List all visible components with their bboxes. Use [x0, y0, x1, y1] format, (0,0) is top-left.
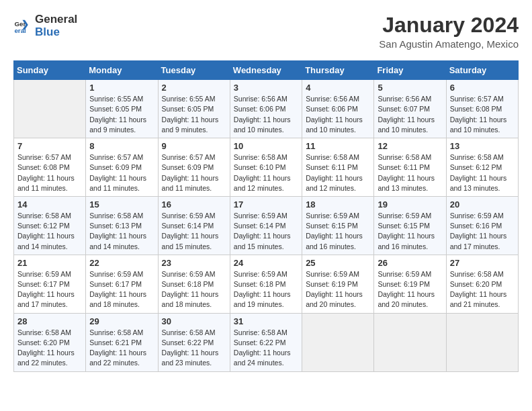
calendar-cell — [446, 313, 518, 371]
logo-icon: Gen eral — [13, 17, 32, 36]
header-sunday: Sunday — [14, 61, 86, 80]
calendar-cell: 27Sunrise: 6:58 AMSunset: 6:20 PMDayligh… — [446, 255, 518, 313]
day-number: 18 — [306, 199, 370, 210]
day-info: Sunrise: 6:55 AMSunset: 6:05 PMDaylight:… — [89, 94, 154, 135]
day-info: Sunrise: 6:59 AMSunset: 6:15 PMDaylight:… — [378, 211, 442, 252]
day-info: Sunrise: 6:59 AMSunset: 6:16 PMDaylight:… — [450, 211, 515, 252]
day-number: 23 — [162, 258, 226, 268]
day-number: 15 — [89, 199, 154, 210]
day-number: 6 — [450, 83, 515, 93]
day-number: 24 — [234, 258, 298, 268]
calendar-cell: 3Sunrise: 6:56 AMSunset: 6:06 PMDaylight… — [230, 80, 302, 138]
calendar-cell: 18Sunrise: 6:59 AMSunset: 6:15 PMDayligh… — [302, 196, 374, 255]
calendar-week-4: 21Sunrise: 6:59 AMSunset: 6:17 PMDayligh… — [14, 255, 519, 313]
day-number: 8 — [89, 141, 154, 151]
day-number: 28 — [17, 316, 82, 326]
calendar-cell: 17Sunrise: 6:59 AMSunset: 6:14 PMDayligh… — [230, 196, 302, 255]
calendar-week-3: 14Sunrise: 6:58 AMSunset: 6:12 PMDayligh… — [14, 196, 519, 255]
calendar-cell: 22Sunrise: 6:59 AMSunset: 6:17 PMDayligh… — [86, 255, 158, 313]
page-header: Gen eral General Blue January 2024 San A… — [13, 13, 519, 50]
header-thursday: Thursday — [302, 61, 374, 80]
calendar-cell: 15Sunrise: 6:58 AMSunset: 6:13 PMDayligh… — [86, 196, 158, 255]
day-info: Sunrise: 6:57 AMSunset: 6:08 PMDaylight:… — [450, 94, 515, 135]
day-info: Sunrise: 6:58 AMSunset: 6:12 PMDaylight:… — [450, 152, 515, 193]
calendar-table: SundayMondayTuesdayWednesdayThursdayFrid… — [13, 60, 519, 371]
location-subtitle: San Agustin Amatengo, Mexico — [379, 38, 519, 50]
day-info: Sunrise: 6:56 AMSunset: 6:07 PMDaylight:… — [378, 94, 442, 135]
day-info: Sunrise: 6:57 AMSunset: 6:08 PMDaylight:… — [17, 152, 82, 193]
day-number: 2 — [162, 83, 226, 93]
calendar-cell: 10Sunrise: 6:58 AMSunset: 6:10 PMDayligh… — [230, 138, 302, 197]
calendar-cell: 25Sunrise: 6:59 AMSunset: 6:19 PMDayligh… — [302, 255, 374, 313]
day-info: Sunrise: 6:58 AMSunset: 6:21 PMDaylight:… — [89, 328, 154, 369]
calendar-cell — [14, 80, 86, 138]
calendar-cell: 7Sunrise: 6:57 AMSunset: 6:08 PMDaylight… — [14, 138, 86, 197]
day-info: Sunrise: 6:57 AMSunset: 6:09 PMDaylight:… — [89, 152, 154, 193]
day-number: 16 — [162, 199, 226, 210]
day-number: 29 — [89, 316, 154, 326]
day-number: 12 — [378, 141, 442, 151]
day-number: 13 — [450, 141, 515, 151]
calendar-cell — [374, 313, 446, 371]
calendar-body: 1Sunrise: 6:55 AMSunset: 6:05 PMDaylight… — [14, 80, 519, 371]
day-info: Sunrise: 6:59 AMSunset: 6:19 PMDaylight:… — [378, 269, 442, 310]
calendar-cell: 6Sunrise: 6:57 AMSunset: 6:08 PMDaylight… — [446, 80, 518, 138]
day-number: 26 — [378, 258, 442, 268]
day-info: Sunrise: 6:56 AMSunset: 6:06 PMDaylight:… — [234, 94, 298, 135]
calendar-cell: 24Sunrise: 6:59 AMSunset: 6:18 PMDayligh… — [230, 255, 302, 313]
day-info: Sunrise: 6:55 AMSunset: 6:05 PMDaylight:… — [162, 94, 226, 135]
day-info: Sunrise: 6:59 AMSunset: 6:17 PMDaylight:… — [17, 269, 82, 310]
day-info: Sunrise: 6:58 AMSunset: 6:20 PMDaylight:… — [17, 328, 82, 369]
calendar-cell: 4Sunrise: 6:56 AMSunset: 6:06 PMDaylight… — [302, 80, 374, 138]
day-number: 30 — [162, 316, 226, 326]
logo-blue: Blue — [35, 26, 60, 38]
day-number: 22 — [89, 258, 154, 268]
calendar-cell: 11Sunrise: 6:58 AMSunset: 6:11 PMDayligh… — [302, 138, 374, 197]
day-info: Sunrise: 6:58 AMSunset: 6:22 PMDaylight:… — [162, 328, 226, 369]
day-number: 27 — [450, 258, 515, 268]
calendar-cell: 29Sunrise: 6:58 AMSunset: 6:21 PMDayligh… — [86, 313, 158, 371]
calendar-cell: 19Sunrise: 6:59 AMSunset: 6:15 PMDayligh… — [374, 196, 446, 255]
header-friday: Friday — [374, 61, 446, 80]
calendar-cell: 26Sunrise: 6:59 AMSunset: 6:19 PMDayligh… — [374, 255, 446, 313]
calendar-cell: 20Sunrise: 6:59 AMSunset: 6:16 PMDayligh… — [446, 196, 518, 255]
calendar-cell: 2Sunrise: 6:55 AMSunset: 6:05 PMDaylight… — [158, 80, 230, 138]
day-info: Sunrise: 6:56 AMSunset: 6:06 PMDaylight:… — [306, 94, 370, 135]
day-number: 5 — [378, 83, 442, 93]
day-info: Sunrise: 6:59 AMSunset: 6:18 PMDaylight:… — [234, 269, 298, 310]
header-monday: Monday — [86, 61, 158, 80]
day-number: 11 — [306, 141, 370, 151]
calendar-week-5: 28Sunrise: 6:58 AMSunset: 6:20 PMDayligh… — [14, 313, 519, 371]
calendar-cell: 5Sunrise: 6:56 AMSunset: 6:07 PMDaylight… — [374, 80, 446, 138]
calendar-cell: 31Sunrise: 6:58 AMSunset: 6:22 PMDayligh… — [230, 313, 302, 371]
calendar-cell: 8Sunrise: 6:57 AMSunset: 6:09 PMDaylight… — [86, 138, 158, 197]
day-number: 31 — [234, 316, 298, 326]
day-info: Sunrise: 6:59 AMSunset: 6:17 PMDaylight:… — [89, 269, 154, 310]
day-info: Sunrise: 6:59 AMSunset: 6:19 PMDaylight:… — [306, 269, 370, 310]
day-info: Sunrise: 6:58 AMSunset: 6:10 PMDaylight:… — [234, 152, 298, 193]
day-number: 9 — [162, 141, 226, 151]
day-info: Sunrise: 6:58 AMSunset: 6:12 PMDaylight:… — [17, 211, 82, 252]
calendar-week-1: 1Sunrise: 6:55 AMSunset: 6:05 PMDaylight… — [14, 80, 519, 138]
day-number: 4 — [306, 83, 370, 93]
day-info: Sunrise: 6:58 AMSunset: 6:13 PMDaylight:… — [89, 211, 154, 252]
logo: Gen eral General Blue — [13, 13, 77, 38]
calendar-cell: 23Sunrise: 6:59 AMSunset: 6:18 PMDayligh… — [158, 255, 230, 313]
day-number: 10 — [234, 141, 298, 151]
day-info: Sunrise: 6:58 AMSunset: 6:11 PMDaylight:… — [306, 152, 370, 193]
day-number: 21 — [17, 258, 82, 268]
header-row: SundayMondayTuesdayWednesdayThursdayFrid… — [14, 61, 519, 80]
calendar-cell: 21Sunrise: 6:59 AMSunset: 6:17 PMDayligh… — [14, 255, 86, 313]
header-saturday: Saturday — [446, 61, 518, 80]
day-number: 1 — [89, 83, 154, 93]
header-tuesday: Tuesday — [158, 61, 230, 80]
day-info: Sunrise: 6:58 AMSunset: 6:11 PMDaylight:… — [378, 152, 442, 193]
calendar-cell: 1Sunrise: 6:55 AMSunset: 6:05 PMDaylight… — [86, 80, 158, 138]
title-area: January 2024 San Agustin Amatengo, Mexic… — [379, 13, 519, 50]
day-number: 7 — [17, 141, 82, 151]
calendar-cell: 13Sunrise: 6:58 AMSunset: 6:12 PMDayligh… — [446, 138, 518, 197]
day-info: Sunrise: 6:59 AMSunset: 6:18 PMDaylight:… — [162, 269, 226, 310]
calendar-cell: 12Sunrise: 6:58 AMSunset: 6:11 PMDayligh… — [374, 138, 446, 197]
calendar-cell — [302, 313, 374, 371]
day-number: 20 — [450, 199, 515, 210]
